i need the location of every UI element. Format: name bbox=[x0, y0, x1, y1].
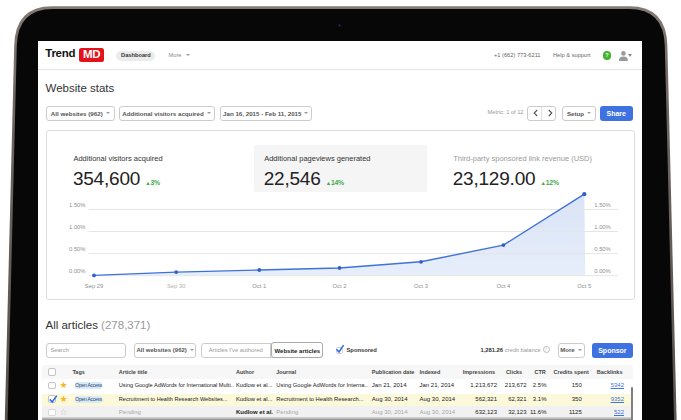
svg-text:0.00%: 0.00% bbox=[69, 268, 85, 274]
svg-text:Oct 1: Oct 1 bbox=[252, 283, 266, 289]
svg-text:Oct 5: Oct 5 bbox=[577, 283, 591, 289]
svg-text:0.00%: 0.00% bbox=[594, 268, 610, 274]
svg-text:Sep 30: Sep 30 bbox=[167, 283, 185, 289]
svg-text:0.50%: 0.50% bbox=[69, 246, 85, 252]
svg-text:Oct 3: Oct 3 bbox=[414, 283, 428, 289]
svg-text:1.00%: 1.00% bbox=[69, 224, 85, 230]
svg-text:1.50%: 1.50% bbox=[594, 202, 610, 208]
svg-text:Sep 29: Sep 29 bbox=[84, 283, 102, 289]
svg-text:Oct 4: Oct 4 bbox=[496, 283, 511, 289]
svg-text:Oct 2: Oct 2 bbox=[332, 283, 346, 289]
svg-text:0.50%: 0.50% bbox=[594, 246, 610, 252]
svg-text:1.50%: 1.50% bbox=[69, 202, 85, 208]
svg-text:1.00%: 1.00% bbox=[594, 224, 610, 230]
